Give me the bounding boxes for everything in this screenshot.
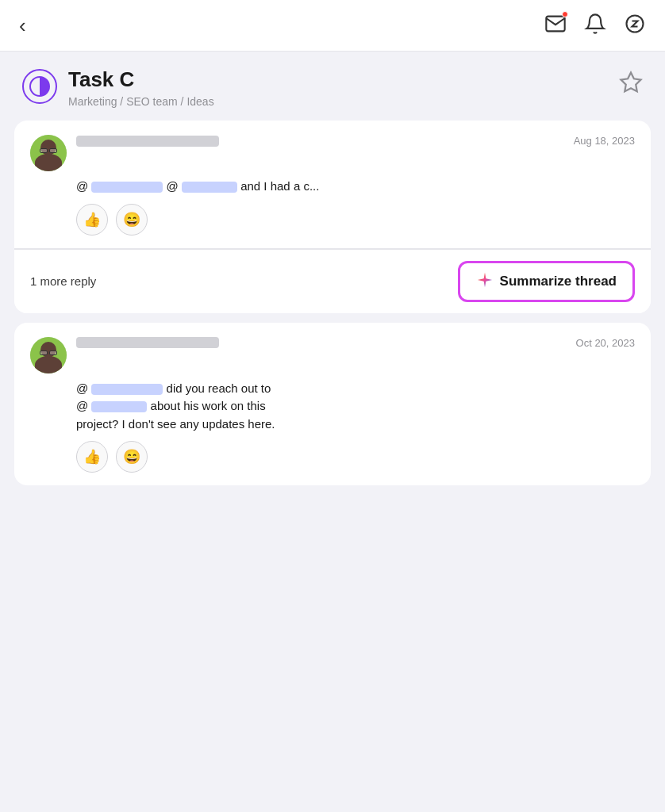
- task-info: Task C Marketing / SEO team / Ideas: [68, 67, 214, 108]
- at-sign-4: @: [76, 399, 91, 412]
- thread-row: 1 more reply Summarize thread: [14, 249, 651, 313]
- svg-marker-2: [621, 73, 641, 92]
- mention-blur-3: [91, 384, 163, 395]
- summarize-label: Summarize thread: [500, 274, 617, 289]
- task-breadcrumb: Marketing / SEO team / Ideas: [68, 95, 214, 108]
- second-text-2: about his work on this: [151, 399, 266, 412]
- thumbs-up-reaction-1[interactable]: 👍: [76, 204, 108, 236]
- more-reply-text: 1 more reply: [30, 274, 96, 288]
- first-message-date: Aug 18, 2023: [574, 135, 635, 147]
- first-message-header: Aug 18, 2023: [30, 135, 635, 171]
- first-reactions: 👍 😄: [30, 204, 635, 236]
- mention-blur-4: [91, 401, 147, 412]
- task-title: Task C: [68, 67, 214, 92]
- second-message-meta: Oct 20, 2023: [76, 337, 635, 350]
- avatar: [30, 135, 67, 171]
- sender-name-blur: [76, 136, 219, 147]
- mail-icon[interactable]: [544, 13, 567, 38]
- emoji-reaction-2[interactable]: 😄: [116, 441, 148, 473]
- second-message-item: Oct 20, 2023 @ did you reach out to @ ab…: [14, 323, 651, 486]
- header-section: Task C Marketing / SEO team / Ideas: [0, 52, 665, 121]
- first-message-item: Aug 18, 2023 @ @ and I had a c... 👍 😄: [14, 121, 651, 249]
- mention-blur-2: [182, 182, 237, 193]
- second-message-card: Oct 20, 2023 @ did you reach out to @ ab…: [14, 323, 651, 486]
- avatar-2: [30, 337, 67, 373]
- first-name-row: Aug 18, 2023: [76, 135, 635, 147]
- message-text-suffix: and I had a c...: [240, 179, 319, 193]
- first-message-text: @ @ and I had a c...: [30, 178, 635, 196]
- mail-badge: [562, 11, 568, 17]
- second-message-date: Oct 20, 2023: [576, 337, 635, 349]
- mention-blur-1: [91, 182, 163, 193]
- at-sign-3: @: [76, 381, 91, 395]
- second-reactions: 👍 😄: [30, 441, 635, 473]
- nav-left: ‹: [19, 15, 26, 36]
- thumbs-up-reaction-2[interactable]: 👍: [76, 441, 108, 473]
- task-icon: [22, 69, 57, 104]
- first-message-card: Aug 18, 2023 @ @ and I had a c... 👍 😄 1 …: [14, 121, 651, 313]
- at-sign-2: @: [167, 179, 182, 193]
- summarize-thread-button[interactable]: Summarize thread: [458, 261, 635, 302]
- at-sign-1: @: [76, 179, 91, 193]
- back-button[interactable]: ‹: [19, 15, 26, 36]
- messages-container: Aug 18, 2023 @ @ and I had a c... 👍 😄 1 …: [0, 121, 665, 485]
- second-name-row: Oct 20, 2023: [76, 337, 635, 349]
- top-nav: ‹: [0, 0, 665, 52]
- emoji-reaction-1[interactable]: 😄: [116, 204, 148, 236]
- snooze-icon[interactable]: [624, 13, 646, 38]
- first-message-meta: Aug 18, 2023: [76, 135, 635, 148]
- sparkle-icon: [476, 271, 494, 292]
- second-text-1: did you reach out to: [167, 381, 271, 395]
- star-button[interactable]: [619, 71, 643, 98]
- sender-name-blur-2: [76, 337, 219, 348]
- second-text-3: project? I don't see any updates here.: [76, 417, 275, 431]
- bell-icon[interactable]: [584, 13, 606, 38]
- second-message-text: @ did you reach out to @ about his work …: [30, 380, 635, 434]
- nav-right: [544, 13, 646, 38]
- second-message-header: Oct 20, 2023: [30, 337, 635, 373]
- header-left: Task C Marketing / SEO team / Ideas: [22, 67, 214, 108]
